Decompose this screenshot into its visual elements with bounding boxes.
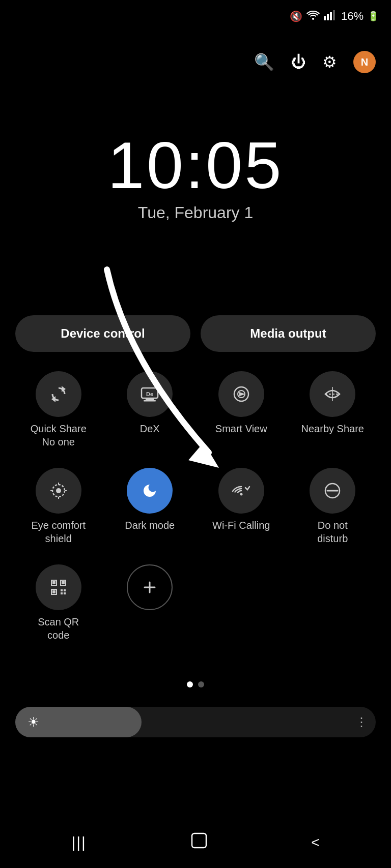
wifi-icon [306,9,320,23]
device-control-button[interactable]: Device control [15,315,190,352]
svg-rect-38 [192,833,206,848]
signal-icon [324,9,337,23]
svg-rect-4 [333,10,335,20]
svg-rect-28 [62,581,65,584]
toggles-row-2: Eye comfortshield Dark mode Wi-Fi Callin… [15,468,376,545]
nearby-share-label: Nearby Share [301,422,364,435]
power-icon[interactable]: ⏻ [291,53,306,71]
search-icon[interactable]: 🔍 [254,52,274,72]
clock-date: Tue, February 1 [0,203,391,222]
smart-view-label: Smart View [215,422,267,435]
svg-rect-8 [146,398,154,400]
svg-rect-3 [330,12,332,20]
media-output-button[interactable]: Media output [201,315,376,352]
nearby-share-icon-circle [310,371,355,417]
page-dot-2 [198,681,204,687]
status-bar: 🔇 16% 🔋 [290,0,391,23]
dark-mode-label: Dark mode [125,519,175,532]
nearby-share-toggle[interactable]: Nearby Share [290,371,376,448]
recent-apps-icon[interactable]: ||| [71,834,86,851]
svg-rect-33 [61,592,63,594]
quick-share-icon-circle [36,371,81,417]
quick-share-label: Quick ShareNo one [31,422,87,448]
brightness-icon: ☀ [27,714,39,730]
smart-view-icon-circle [218,371,264,417]
page-dots [0,681,391,687]
svg-rect-34 [64,592,66,594]
back-icon[interactable]: < [311,834,319,851]
dex-toggle[interactable]: De DeX [107,371,193,448]
eye-comfort-toggle[interactable]: Eye comfortshield [15,468,102,545]
svg-rect-26 [52,581,55,584]
dex-label: DeX [140,422,160,435]
svg-rect-30 [52,590,55,593]
svg-rect-32 [64,589,66,591]
scan-qr-toggle[interactable]: Scan QRcode [15,564,102,642]
svg-point-17 [56,488,61,493]
quick-share-toggle[interactable]: Quick ShareNo one [15,371,102,448]
svg-text:De: De [146,391,153,397]
brightness-more-icon[interactable]: ⋮ [355,715,368,729]
dnd-label: Do notdisturb [317,519,348,545]
wifi-calling-icon-circle [218,468,264,514]
battery-percent: 16% [341,10,364,23]
avatar[interactable]: N [353,51,376,73]
dnd-icon-circle [310,468,355,514]
clock-time: 10:05 [0,132,391,198]
svg-rect-9 [144,400,156,402]
settings-icon[interactable]: ⚙ [322,52,337,72]
clock-area: 10:05 Tue, February 1 [0,132,391,222]
dex-icon-circle: De [127,371,173,417]
dark-mode-icon-circle [127,468,173,514]
svg-point-0 [312,18,314,20]
smart-view-toggle[interactable]: Smart View [198,371,285,448]
svg-rect-31 [61,589,63,591]
home-icon[interactable] [189,830,209,855]
toggles-row-1: Quick ShareNo one De DeX Smart View [15,371,376,448]
brightness-bar[interactable]: ☀ ⋮ [15,707,376,737]
eye-comfort-icon-circle [36,468,81,514]
top-icons-row: 🔍 ⏻ ⚙ N [0,51,391,73]
battery-icon: 🔋 [368,11,379,22]
wifi-calling-label: Wi-Fi Calling [212,519,270,532]
wifi-calling-toggle[interactable]: Wi-Fi Calling [198,468,285,545]
svg-rect-1 [324,16,326,20]
page-dot-1 [187,681,193,687]
scan-qr-icon-circle [36,564,81,610]
toggles-row-3: Scan QRcode [15,564,376,642]
eye-comfort-label: Eye comfortshield [31,519,86,545]
dnd-toggle[interactable]: Do notdisturb [290,468,376,545]
quick-buttons: Device control Media output [15,315,376,352]
scan-qr-label: Scan QRcode [38,615,79,642]
add-toggle-icon-circle [127,564,173,610]
svg-point-22 [240,493,242,496]
mute-icon: 🔇 [290,10,302,22]
add-toggle-button[interactable] [107,564,193,642]
svg-rect-2 [327,14,329,20]
nav-bar: ||| < [0,817,391,868]
dark-mode-toggle[interactable]: Dark mode [107,468,193,545]
